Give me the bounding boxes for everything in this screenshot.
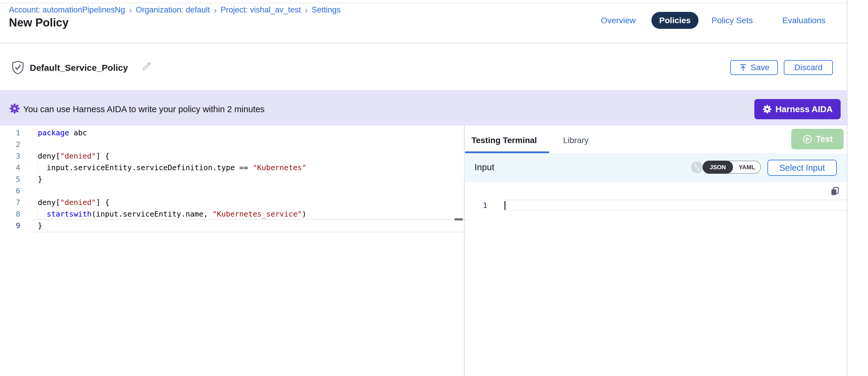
- aida-banner: You can use Harness AIDA to write your p…: [0, 90, 847, 126]
- line-number: 2: [0, 138, 20, 150]
- top-hairline: [0, 3, 847, 3]
- code-text: }: [38, 220, 42, 231]
- code-text: }: [38, 174, 42, 185]
- new-policy-page: Account: automationPipelinesNg › Organiz…: [0, 0, 868, 376]
- tab-library[interactable]: Library: [563, 136, 589, 145]
- line-number: 7: [0, 197, 20, 208]
- tab-policies[interactable]: Policies: [651, 12, 699, 29]
- save-button[interactable]: Save: [730, 60, 778, 75]
- input-label: Input: [474, 162, 494, 172]
- text-cursor: [504, 201, 505, 210]
- tab-policy-sets[interactable]: Policy Sets: [712, 16, 753, 25]
- aida-flower-icon: [9, 103, 20, 116]
- code-line: 8 startswith(input.serviceEntity.name, "…: [0, 208, 464, 220]
- code-text: startswith(input.serviceEntity.name, "Ku…: [38, 208, 306, 220]
- code-line: 5}: [0, 174, 464, 185]
- chevron-right-icon: ›: [129, 6, 132, 14]
- harness-aida-button-label: Harness AIDA: [775, 104, 833, 114]
- input-editor-line-number: 1: [464, 201, 487, 210]
- tab-evaluations[interactable]: Evaluations: [782, 16, 826, 25]
- chevron-right-icon: ›: [305, 6, 308, 14]
- input-editor-current-line[interactable]: [503, 199, 846, 211]
- line-number: 4: [0, 162, 20, 174]
- line-number: 6: [0, 185, 20, 197]
- page-right-divider: [847, 0, 847, 376]
- code-line: 4 input.serviceEntity.serviceDefinition.…: [0, 162, 464, 174]
- policy-code-editor[interactable]: 1package abc23deny["denied"] {4 input.se…: [0, 126, 464, 376]
- code-text: deny["denied"] {: [38, 150, 110, 162]
- copy-icon[interactable]: [830, 186, 840, 198]
- page-title: New Policy: [9, 17, 69, 29]
- overview-ruler-cursor-marker: [455, 218, 463, 220]
- line-number: 8: [0, 208, 20, 220]
- toggle-yaml[interactable]: YAML: [734, 161, 760, 173]
- breadcrumb-project[interactable]: Project: vishal_av_test: [220, 5, 301, 14]
- select-input-button[interactable]: Select Input: [768, 160, 837, 176]
- code-text: deny["denied"] {: [38, 197, 110, 208]
- play-circle-icon: [802, 134, 813, 145]
- upload-icon: [739, 63, 747, 72]
- format-toggle: JSON YAML: [703, 161, 761, 174]
- chevron-right-icon: ›: [214, 6, 217, 14]
- toggle-json[interactable]: JSON: [703, 161, 733, 174]
- branch-pin-icon[interactable]: [691, 161, 703, 174]
- policy-name: Default_Service_Policy: [30, 63, 128, 73]
- code-line: 7deny["denied"] {: [0, 197, 464, 208]
- aida-banner-text: You can use Harness AIDA to write your p…: [23, 104, 265, 114]
- tab-testing-terminal[interactable]: Testing Terminal: [471, 136, 537, 145]
- aida-flower-icon: [763, 104, 772, 114]
- breadcrumb-organization[interactable]: Organization: default: [136, 5, 210, 14]
- line-number: 9: [0, 220, 20, 231]
- save-button-label: Save: [750, 63, 770, 72]
- code-text: input.serviceEntity.serviceDefinition.ty…: [38, 162, 306, 174]
- code-line: 2: [0, 138, 464, 150]
- code-line: 3deny["denied"] {: [0, 150, 464, 162]
- breadcrumb: Account: automationPipelinesNg › Organiz…: [9, 5, 341, 14]
- code-line: 1package abc: [0, 127, 464, 138]
- code-line: 9}: [0, 220, 464, 231]
- code-line: 6: [0, 185, 464, 197]
- discard-button-label: Discard: [794, 63, 823, 72]
- tab-policies-label: Policies: [659, 16, 691, 25]
- tab-overview[interactable]: Overview: [601, 16, 636, 25]
- line-number: 5: [0, 174, 20, 185]
- breadcrumb-account[interactable]: Account: automationPipelinesNg: [9, 5, 125, 14]
- header-divider: [0, 43, 847, 43]
- breadcrumb-settings[interactable]: Settings: [312, 5, 341, 14]
- discard-button[interactable]: Discard: [784, 60, 833, 75]
- line-number: 3: [0, 150, 20, 162]
- line-number: 1: [0, 127, 20, 138]
- test-button[interactable]: Test: [791, 129, 844, 149]
- policy-shield-icon: [11, 60, 24, 76]
- code-text: package abc: [38, 127, 87, 138]
- harness-aida-button[interactable]: Harness AIDA: [754, 99, 841, 119]
- edit-pencil-icon[interactable]: [141, 61, 152, 73]
- test-button-label: Test: [816, 134, 833, 144]
- select-input-label: Select Input: [779, 163, 825, 173]
